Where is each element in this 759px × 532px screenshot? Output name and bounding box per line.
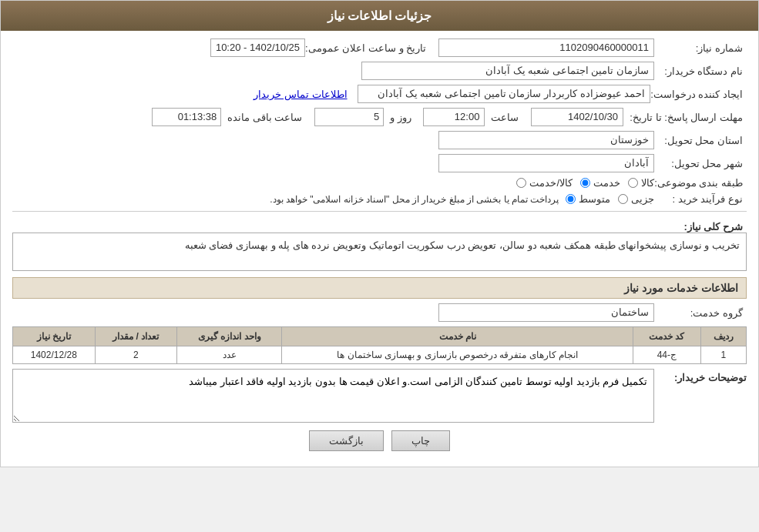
response-date-value: 1402/10/30 bbox=[531, 108, 623, 126]
page-header: جزئیات اطلاعات نیاز bbox=[1, 1, 758, 31]
services-table: ردیف کد خدمت نام خدمت واحد اندازه گیری ت… bbox=[12, 326, 747, 364]
province-row: استان محل تحویل: خوزستان bbox=[12, 131, 747, 149]
col-unit: واحد اندازه گیری bbox=[177, 327, 282, 346]
deadline-row: مهلت ارسال پاسخ: تا تاریخ: 1402/10/30 سا… bbox=[12, 108, 747, 126]
purchase-type-radio-group: متوسط جزیی bbox=[566, 193, 654, 205]
city-row: شهر محل تحویل: آبادان bbox=[12, 154, 747, 172]
need-number-value: 1102090460000011 bbox=[438, 38, 654, 57]
category-service[interactable]: خدمت bbox=[580, 177, 620, 189]
purchase-medium[interactable]: متوسط bbox=[566, 193, 610, 205]
need-number-label: شماره نیاز: bbox=[654, 42, 747, 54]
remaining-value: 01:13:38 bbox=[152, 108, 221, 126]
city-label: شهر محل تحویل: bbox=[654, 158, 747, 169]
back-button[interactable]: بازگشت bbox=[309, 430, 384, 451]
purchase-partial-radio[interactable] bbox=[618, 194, 628, 204]
service-group-value: ساختمان bbox=[438, 303, 654, 322]
category-row: طبقه بندی موضوعی: کالا/خدمت خدمت کالا bbox=[12, 177, 747, 189]
contact-link[interactable]: اطلاعات تماس خریدار bbox=[254, 89, 347, 100]
date-value: 1402/10/25 - 10:20 bbox=[210, 38, 305, 57]
buyer-notes-section: توضیحات خریدار: تکمیل فرم بازدید اولیه ت… bbox=[12, 369, 747, 423]
category-goods-service-label: کالا/خدمت bbox=[529, 177, 573, 189]
city-value: آبادان bbox=[438, 154, 654, 172]
table-header-row: ردیف کد خدمت نام خدمت واحد اندازه گیری ت… bbox=[13, 327, 747, 346]
service-group-row: گروه خدمت: ساختمان bbox=[12, 303, 747, 322]
response-days-value: 5 bbox=[314, 108, 384, 126]
col-code: کد خدمت bbox=[633, 327, 701, 346]
content-area: شماره نیاز: 1102090460000011 تاریخ و ساع… bbox=[1, 31, 758, 467]
col-count: تعداد / مقدار bbox=[95, 327, 176, 346]
purchase-type-row: نوع فرآیند خرید : متوسط جزیی پرداخت تمام… bbox=[12, 193, 747, 205]
description-value: تخریب و نوسازی پیشخوانهای طبقه همکف شعبه… bbox=[12, 233, 747, 271]
province-label: استان محل تحویل: bbox=[654, 135, 747, 146]
buyer-label: نام دستگاه خریدار: bbox=[654, 65, 747, 77]
time-label: ساعت bbox=[488, 112, 522, 123]
page-container: جزئیات اطلاعات نیاز شماره نیاز: 11020904… bbox=[0, 0, 759, 467]
services-section-header: اطلاعات خدمات مورد نیاز bbox=[12, 277, 747, 299]
deadline-label: مهلت ارسال پاسخ: تا تاریخ: bbox=[623, 112, 747, 123]
divider-1 bbox=[12, 211, 747, 212]
purchase-medium-label: متوسط bbox=[579, 193, 610, 205]
category-label: طبقه بندی موضوعی: bbox=[654, 177, 747, 189]
category-service-label: خدمت bbox=[593, 177, 620, 189]
col-name: نام خدمت bbox=[282, 327, 633, 346]
description-row: شرح کلی نیاز: تخریب و نوسازی پیشخوانهای … bbox=[12, 218, 747, 271]
page-title: جزئیات اطلاعات نیاز bbox=[327, 9, 432, 22]
category-goods-service-radio[interactable] bbox=[516, 178, 526, 188]
need-number-row: شماره نیاز: 1102090460000011 تاریخ و ساع… bbox=[12, 38, 747, 57]
category-radio-group: کالا/خدمت خدمت کالا bbox=[516, 177, 654, 189]
creator-label: ایجاد کننده درخواست: bbox=[650, 89, 747, 100]
purchase-type-note: پرداخت تمام یا بخشی از مبلغ خریدار از مح… bbox=[270, 194, 563, 205]
purchase-partial-label: جزیی bbox=[631, 193, 654, 205]
cell-count: 2 bbox=[95, 346, 176, 364]
response-time-value: 12:00 bbox=[423, 108, 485, 126]
description-label: شرح کلی نیاز: bbox=[654, 218, 747, 233]
print-button[interactable]: چاپ bbox=[391, 430, 450, 451]
col-date: تاریخ نیاز bbox=[13, 327, 96, 346]
category-goods-label: کالا bbox=[641, 177, 654, 189]
purchase-type-label: نوع فرآیند خرید : bbox=[654, 193, 747, 205]
category-goods[interactable]: کالا bbox=[628, 177, 654, 189]
cell-date: 1402/12/28 bbox=[13, 346, 96, 364]
deadline-time-group: 1402/10/30 ساعت 12:00 روز و 5 ساعت باقی … bbox=[152, 108, 623, 126]
purchase-partial[interactable]: جزیی bbox=[618, 193, 654, 205]
col-row: ردیف bbox=[700, 327, 746, 346]
cell-row: 1 bbox=[700, 346, 746, 364]
buyer-notes-value[interactable]: تکمیل فرم بازدید اولیه توسط تامین کنندگا… bbox=[12, 369, 654, 423]
creator-row: ایجاد کننده درخواست: احمد عیوضزاده کاربر… bbox=[12, 85, 747, 103]
category-goods-radio[interactable] bbox=[628, 178, 638, 188]
table-row: 1 ج-44 انجام کارهای متفرقه درخصوص بازساز… bbox=[13, 346, 747, 364]
category-service-radio[interactable] bbox=[580, 178, 590, 188]
remaining-label: ساعت باقی مانده bbox=[224, 112, 305, 123]
date-label: تاریخ و ساعت اعلان عمومی: bbox=[305, 42, 430, 54]
province-value: خوزستان bbox=[438, 131, 654, 149]
buyer-row: نام دستگاه خریدار: سازمان تامین اجتماعی … bbox=[12, 62, 747, 80]
service-group-label: گروه خدمت: bbox=[654, 307, 747, 319]
days-label: روز و bbox=[387, 112, 415, 123]
cell-unit: عدد bbox=[177, 346, 282, 364]
buyer-value: سازمان تامین اجتماعی شعبه یک آبادان bbox=[361, 62, 654, 80]
cell-name: انجام کارهای متفرقه درخصوص بازسازی و بهس… bbox=[282, 346, 633, 364]
cell-code: ج-44 bbox=[633, 346, 701, 364]
buyer-notes-label: توضیحات خریدار: bbox=[654, 369, 747, 383]
purchase-medium-radio[interactable] bbox=[566, 194, 576, 204]
creator-value: احمد عیوضزاده کاربردار سازمان تامین اجتم… bbox=[358, 85, 650, 103]
category-goods-service[interactable]: کالا/خدمت bbox=[516, 177, 573, 189]
services-table-container: ردیف کد خدمت نام خدمت واحد اندازه گیری ت… bbox=[12, 326, 747, 364]
button-row: بازگشت چاپ bbox=[12, 430, 747, 451]
